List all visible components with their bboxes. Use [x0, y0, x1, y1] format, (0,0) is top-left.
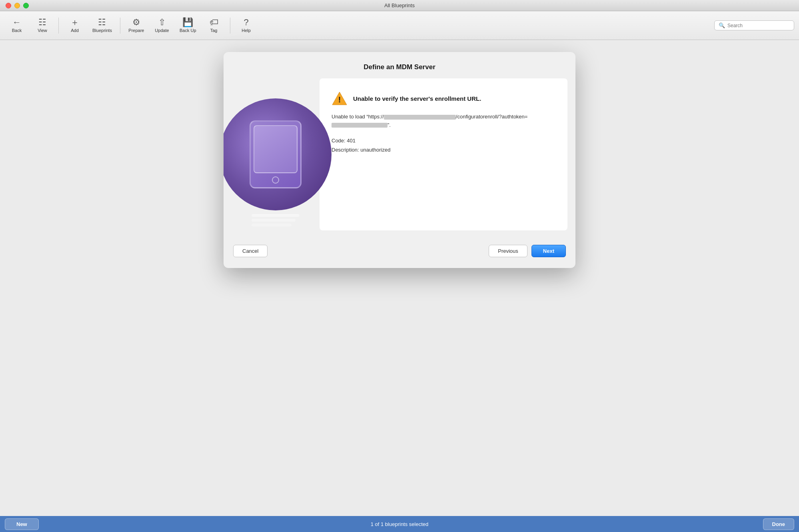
- help-label: Help: [242, 28, 251, 33]
- dialog-footer: Cancel Previous Next: [224, 238, 575, 267]
- close-button[interactable]: [6, 3, 11, 8]
- redacted-url-2: [332, 123, 388, 128]
- separator-2: [120, 18, 120, 34]
- error-description: Description: unauthorized: [332, 145, 555, 154]
- tablet-screen: [254, 125, 298, 173]
- view-label: View: [38, 28, 47, 33]
- error-details: Code: 401 Description: unauthorized: [332, 136, 555, 155]
- main-content: Define an MDM Server: [0, 40, 799, 516]
- add-icon: ＋: [70, 18, 79, 27]
- view-icon: ☷: [38, 18, 46, 27]
- tag-icon: 🏷: [210, 18, 218, 27]
- blueprints-icon: ☷: [98, 18, 106, 27]
- backup-button[interactable]: 💾 Back Up: [176, 16, 200, 34]
- help-button[interactable]: ? Help: [234, 16, 258, 34]
- status-text: 1 of 1 blueprints selected: [371, 521, 429, 527]
- add-button[interactable]: ＋ Add: [63, 16, 87, 34]
- mdm-dialog: Define an MDM Server: [224, 52, 575, 268]
- back-label: Back: [12, 28, 22, 33]
- update-label: Update: [155, 28, 169, 33]
- back-icon: ←: [12, 18, 21, 27]
- content-panel: ! Unable to verify the server's enrollme…: [320, 78, 567, 230]
- toolbar: ← Back ☷ View ＋ Add ☷ Blueprints ⚙ Prepa…: [0, 11, 799, 40]
- center-area: Define an MDM Server: [0, 40, 799, 516]
- update-button[interactable]: ⇧ Update: [150, 16, 174, 34]
- separator-3: [230, 18, 230, 34]
- previous-button[interactable]: Previous: [489, 245, 527, 257]
- alert-message: Unable to load “https:///configuratorenr…: [332, 113, 555, 130]
- alert-title: Unable to verify the server's enrollment…: [353, 95, 481, 102]
- help-icon: ?: [244, 18, 248, 27]
- nav-buttons: Previous Next: [489, 245, 566, 257]
- tag-label: Tag: [210, 28, 218, 33]
- separator-1: [58, 18, 59, 34]
- prepare-label: Prepare: [128, 28, 144, 33]
- illustration-area: [232, 78, 320, 230]
- done-button[interactable]: Done: [763, 518, 795, 530]
- search-input[interactable]: [727, 23, 790, 28]
- dialog-body: ! Unable to verify the server's enrollme…: [224, 78, 575, 238]
- title-bar: All Blueprints: [0, 0, 799, 11]
- warning-icon: !: [332, 90, 348, 106]
- blueprints-button[interactable]: ☷ Blueprints: [88, 16, 116, 34]
- message-prefix: Unable to load “https://: [332, 114, 384, 120]
- device-tablet-illustration: [250, 120, 302, 188]
- stack-line-2: [252, 219, 296, 222]
- cancel-button[interactable]: Cancel: [233, 245, 268, 257]
- blueprints-label: Blueprints: [92, 28, 112, 33]
- tablet-stack-lines: [252, 214, 300, 226]
- update-icon: ⇧: [158, 18, 166, 27]
- prepare-icon: ⚙: [132, 18, 140, 27]
- error-code: Code: 401: [332, 136, 555, 145]
- message-end: ”.: [388, 122, 391, 128]
- stack-line-1: [252, 214, 300, 217]
- status-bar: New 1 of 1 blueprints selected Done: [0, 516, 799, 532]
- add-label: Add: [71, 28, 79, 33]
- search-box[interactable]: 🔍: [714, 20, 794, 30]
- next-button[interactable]: Next: [531, 245, 566, 257]
- back-button[interactable]: ← Back: [5, 16, 29, 34]
- backup-icon: 💾: [182, 18, 193, 27]
- window-title: All Blueprints: [384, 2, 415, 8]
- svg-text:!: !: [338, 95, 341, 104]
- new-button[interactable]: New: [5, 518, 39, 530]
- tablet-home-button: [272, 176, 279, 184]
- backup-label: Back Up: [180, 28, 196, 33]
- stack-line-3: [252, 224, 292, 226]
- dialog-title: Define an MDM Server: [224, 52, 575, 78]
- alert-header: ! Unable to verify the server's enrollme…: [332, 90, 555, 106]
- traffic-lights: [6, 3, 29, 8]
- maximize-button[interactable]: [23, 3, 29, 8]
- view-button[interactable]: ☷ View: [30, 16, 54, 34]
- search-icon: 🔍: [719, 22, 725, 28]
- message-middle: /configuratorenroll/?authtoken=: [456, 114, 528, 120]
- minimize-button[interactable]: [14, 3, 20, 8]
- tag-button[interactable]: 🏷 Tag: [202, 16, 226, 34]
- prepare-button[interactable]: ⚙ Prepare: [124, 16, 148, 34]
- redacted-url-1: [384, 115, 456, 120]
